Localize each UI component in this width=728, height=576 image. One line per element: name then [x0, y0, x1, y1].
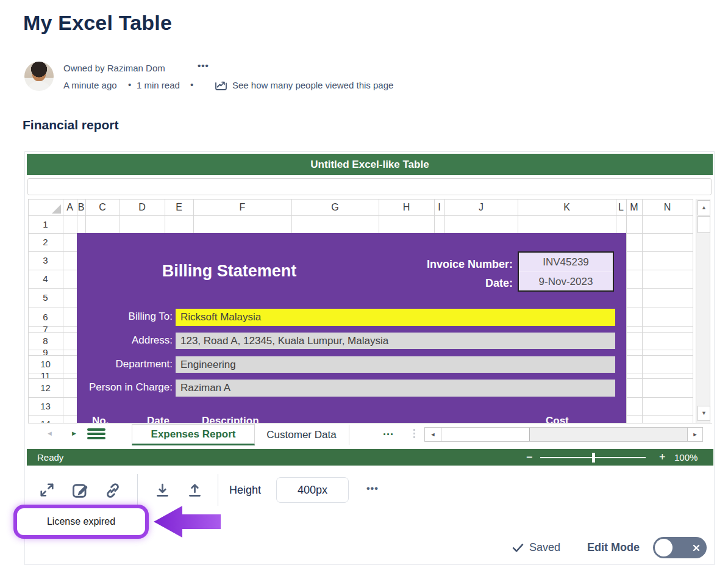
upload-icon[interactable]: [187, 482, 203, 501]
status-ready: Ready: [37, 452, 63, 463]
saved-status: Saved: [529, 541, 560, 554]
department-label[interactable]: Department:: [77, 358, 173, 370]
row-header-3[interactable]: 3: [28, 251, 63, 270]
section-heading: Financial report: [23, 118, 119, 132]
row-header-9[interactable]: 9: [28, 350, 63, 355]
scroll-down-button[interactable]: ▼: [698, 406, 710, 421]
sheet-tab-bar: ◄ ► Expenses Report Customer Data ... ◄ …: [28, 424, 712, 445]
page-title: My Excel Table: [23, 11, 172, 35]
col-header-M[interactable]: M: [626, 199, 642, 215]
zoom-slider-thumb[interactable]: [592, 453, 595, 463]
row-header-5[interactable]: 5: [28, 288, 63, 308]
invoice-number-label[interactable]: Invoice Number:: [330, 258, 513, 271]
row-header-6[interactable]: 6: [28, 308, 63, 326]
row-header-11[interactable]: 11: [28, 373, 63, 378]
row-header-4[interactable]: 4: [28, 270, 63, 288]
edit-icon[interactable]: [71, 481, 89, 502]
billing-to-value[interactable]: Ricksoft Malaysia: [176, 309, 615, 326]
zoom-in-icon[interactable]: +: [659, 451, 666, 464]
edit-mode-label: Edit Mode: [587, 541, 640, 554]
license-expired-text: License expired: [47, 516, 115, 527]
hscroll-right-button[interactable]: ►: [687, 428, 702, 441]
tab-nav-left-icon[interactable]: ◄: [46, 430, 53, 437]
billing-statement-block: Billing Statement Invoice Number: Date: …: [77, 233, 626, 423]
billing-to-label[interactable]: Billing To:: [77, 311, 173, 323]
toolbar-more-button[interactable]: •••: [366, 483, 379, 494]
date-value[interactable]: 9-Nov-2023: [519, 272, 613, 291]
col-header-C[interactable]: C: [85, 199, 120, 215]
spreadsheet-grid[interactable]: A B C D E F G H I J K L M N 1 2 3 4 5 6 …: [28, 199, 712, 423]
sheet-menu-hamburger-icon[interactable]: [87, 428, 105, 441]
byline-time: A minute ago: [63, 80, 117, 90]
analytics-chart-icon: [215, 79, 227, 93]
row-header-1[interactable]: 1: [28, 215, 63, 233]
partial-header-cost: Cost: [546, 415, 569, 423]
tab-customer-data[interactable]: Customer Data: [254, 425, 349, 445]
row-header-14[interactable]: 14: [28, 415, 63, 423]
height-input[interactable]: [276, 477, 349, 503]
scroll-up-button[interactable]: ▲: [698, 200, 710, 215]
formula-bar[interactable]: [27, 178, 712, 195]
horizontal-scrollbar[interactable]: ◄ ►: [424, 427, 703, 442]
download-icon[interactable]: [154, 482, 171, 501]
byline-owner[interactable]: Owned by Raziman Dom: [63, 63, 165, 73]
select-all-corner[interactable]: [28, 199, 63, 215]
more-sheets-button[interactable]: ...: [383, 425, 394, 438]
edit-mode-toggle[interactable]: [653, 537, 707, 558]
col-header-A[interactable]: A: [63, 199, 77, 215]
col-header-B[interactable]: B: [77, 199, 85, 215]
tab-nav-right-icon[interactable]: ►: [71, 430, 77, 437]
byline-dot-1: •: [128, 79, 131, 90]
col-header-K[interactable]: K: [518, 199, 616, 215]
views-link[interactable]: See how many people viewed this page: [232, 80, 393, 90]
row-header-2[interactable]: 2: [28, 233, 63, 251]
corner-triangle: [52, 204, 61, 214]
address-label[interactable]: Address:: [77, 334, 173, 347]
partial-header-description: Description: [202, 415, 259, 423]
right-arrow-icon: ►: [693, 431, 698, 437]
zoom-level: 100%: [674, 452, 698, 463]
billing-statement-title[interactable]: Billing Statement: [98, 262, 360, 281]
col-header-F[interactable]: F: [193, 199, 291, 215]
expand-icon[interactable]: [38, 481, 55, 501]
row-header-8[interactable]: 8: [28, 332, 63, 350]
row-header-10[interactable]: 10: [28, 355, 63, 373]
tab-expenses-report[interactable]: Expenses Report: [132, 424, 255, 445]
link-icon[interactable]: [104, 482, 121, 502]
zoom-out-icon[interactable]: −: [526, 451, 533, 464]
license-expired-badge: License expired: [13, 505, 149, 539]
byline-dot-2: •: [190, 79, 193, 90]
hscroll-left-button[interactable]: ◄: [425, 428, 441, 441]
close-icon: [691, 540, 701, 557]
department-value[interactable]: Engineering: [176, 356, 615, 373]
row-header-7[interactable]: 7: [28, 326, 63, 332]
col-header-D[interactable]: D: [120, 199, 165, 215]
col-header-I[interactable]: I: [434, 199, 444, 215]
row-header-12[interactable]: 12: [28, 378, 63, 397]
byline-read-time: 1 min read: [137, 80, 180, 90]
partial-header-date: Date: [147, 415, 170, 423]
invoice-number-value[interactable]: INV45239: [519, 253, 613, 272]
tab-divider-dots: [413, 429, 415, 440]
date-label[interactable]: Date:: [330, 277, 513, 290]
address-value[interactable]: 123, Road A, 12345, Kuala Lumpur, Malays…: [176, 333, 615, 349]
col-header-N[interactable]: N: [642, 199, 693, 215]
byline-more-button[interactable]: •••: [198, 60, 209, 71]
down-arrow-icon: ▼: [701, 410, 707, 416]
col-header-L[interactable]: L: [616, 199, 626, 215]
horizontal-scroll-thumb[interactable]: [441, 428, 530, 441]
toolbar-divider-1: [137, 474, 138, 506]
workbook-title-bar: Untitled Excel-like Table: [27, 154, 713, 175]
col-header-G[interactable]: G: [291, 199, 379, 215]
toolbar-divider-2: [218, 474, 218, 506]
col-header-H[interactable]: H: [379, 199, 434, 215]
col-header-J[interactable]: J: [444, 199, 518, 215]
person-in-charge-value[interactable]: Raziman A: [176, 380, 615, 397]
person-in-charge-label[interactable]: Person in Charge:: [77, 381, 173, 394]
avatar[interactable]: [24, 62, 54, 91]
col-header-E[interactable]: E: [165, 199, 193, 215]
height-label: Height: [229, 484, 261, 497]
row-header-13[interactable]: 13: [28, 397, 63, 415]
vertical-scroll-thumb[interactable]: [698, 216, 710, 233]
vertical-scrollbar[interactable]: ▲ ▼: [696, 199, 710, 423]
